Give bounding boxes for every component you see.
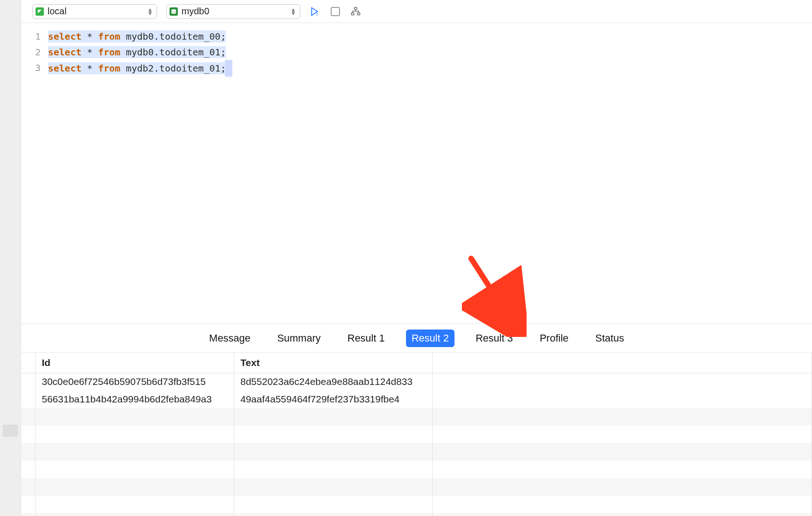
row-handle[interactable] xyxy=(21,390,35,408)
line-number: 3 xyxy=(21,60,41,76)
tab-label: Message xyxy=(209,332,250,344)
svg-rect-3 xyxy=(351,12,354,15)
sql-keyword: select xyxy=(48,47,81,58)
tab-label: Status xyxy=(595,332,624,344)
svg-text:I: I xyxy=(316,12,318,17)
svg-rect-2 xyxy=(354,7,357,9)
structure-button[interactable] xyxy=(350,6,361,17)
connection-icon xyxy=(36,7,44,16)
tab-label: Profile xyxy=(539,332,568,344)
chevron-updown-icon: ▲▼ xyxy=(147,8,153,15)
table-row-empty xyxy=(21,443,812,461)
sql-editor[interactable]: 1 2 3 select * from mydb0.todoitem_00; s… xyxy=(21,23,812,324)
table-row-empty xyxy=(21,513,812,516)
tab-result-2[interactable]: Result 2 xyxy=(406,330,454,347)
cell-text[interactable]: 8d552023a6c24ebea9e88aab1124d833 xyxy=(234,373,432,390)
row-handle[interactable] xyxy=(21,373,35,390)
sql-keyword: from xyxy=(98,31,120,42)
run-query-button[interactable]: I xyxy=(309,6,321,17)
tab-profile[interactable]: Profile xyxy=(534,330,574,347)
tab-label: Summary xyxy=(277,332,321,344)
line-number-gutter: 1 2 3 xyxy=(21,23,45,324)
table-row-empty xyxy=(21,478,812,496)
result-table-wrap: Id Text 30c0e0e6f72546b59075b6d73fb3f515… xyxy=(21,353,812,516)
tab-status[interactable]: Status xyxy=(590,330,630,347)
column-header-empty xyxy=(432,353,812,373)
tab-label: Result 3 xyxy=(476,332,513,344)
connection-dropdown[interactable]: local ▲▼ xyxy=(32,4,157,19)
sql-keyword: select xyxy=(48,31,81,42)
sql-keyword: from xyxy=(98,47,120,58)
database-icon xyxy=(170,7,178,16)
cell-id[interactable]: 30c0e0e6f72546b59075b6d73fb3f515 xyxy=(35,373,234,390)
column-header-id[interactable]: Id xyxy=(35,353,234,373)
tab-result-1[interactable]: Result 1 xyxy=(342,330,390,347)
sql-text: mydb0.todoitem_01; xyxy=(121,47,226,58)
column-label: Id xyxy=(42,357,51,368)
result-table[interactable]: Id Text 30c0e0e6f72546b59075b6d73fb3f515… xyxy=(21,353,812,516)
toolbar-checkbox[interactable] xyxy=(330,6,341,17)
svg-rect-4 xyxy=(358,12,360,15)
toolbar: local ▲▼ mydb0 ▲▼ I xyxy=(21,0,812,23)
column-label: Text xyxy=(241,357,260,368)
table-row-empty xyxy=(21,461,812,478)
tab-message[interactable]: Message xyxy=(204,330,256,347)
gutter-marker xyxy=(3,425,18,437)
tab-summary[interactable]: Summary xyxy=(272,330,326,347)
result-tabbar: Message Summary Result 1 Result 2 Result… xyxy=(21,324,812,353)
tab-label: Result 2 xyxy=(412,332,449,344)
chevron-updown-icon: ▲▼ xyxy=(291,8,296,15)
cell-empty xyxy=(432,373,812,390)
cursor-caret xyxy=(225,60,232,77)
sql-text: * xyxy=(81,63,98,74)
sql-text: * xyxy=(81,47,98,58)
tab-result-3[interactable]: Result 3 xyxy=(470,330,519,347)
tab-label: Result 1 xyxy=(347,332,385,344)
line-number: 1 xyxy=(21,29,41,44)
code-area[interactable]: select * from mydb0.todoitem_00; select … xyxy=(45,23,812,324)
table-row-empty xyxy=(21,426,812,443)
sql-text: mydb0.todoitem_00; xyxy=(121,31,226,42)
sql-text: * xyxy=(81,31,98,42)
column-header-text[interactable]: Text xyxy=(234,353,432,373)
table-row[interactable]: 30c0e0e6f72546b59075b6d73fb3f515 8d55202… xyxy=(21,373,812,390)
database-dropdown[interactable]: mydb0 ▲▼ xyxy=(166,4,300,19)
table-row-empty xyxy=(21,408,812,426)
left-gutter-strip xyxy=(0,0,21,516)
cell-text[interactable]: 49aaf4a559464f729fef237b3319fbe4 xyxy=(234,390,432,408)
table-row-empty xyxy=(21,496,812,513)
sql-keyword: select xyxy=(48,63,81,74)
database-label: mydb0 xyxy=(182,6,287,17)
line-number: 2 xyxy=(21,44,41,60)
cell-id[interactable]: 56631ba11b4b42a9994b6d2feba849a3 xyxy=(35,390,234,408)
sql-text: mydb2.todoitem_01; xyxy=(121,63,226,74)
table-row[interactable]: 56631ba11b4b42a9994b6d2feba849a3 49aaf4a… xyxy=(21,390,812,408)
row-handle-header xyxy=(21,353,35,373)
sql-keyword: from xyxy=(98,63,120,74)
connection-label: local xyxy=(48,6,144,17)
cell-empty xyxy=(432,390,812,408)
